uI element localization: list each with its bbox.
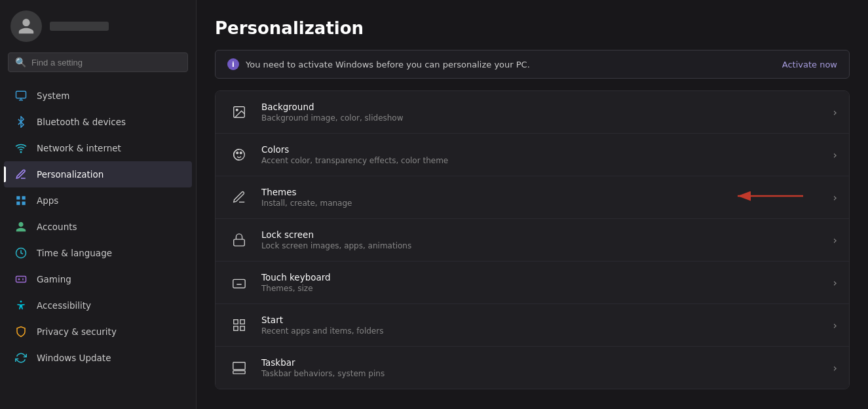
sidebar-item-bluetooth[interactable]: Bluetooth & devices <box>4 109 192 135</box>
colors-chevron: › <box>833 149 837 161</box>
taskbar-icon <box>227 356 251 380</box>
colors-title: Colors <box>261 144 448 155</box>
sidebar-item-accessibility[interactable]: Accessibility <box>4 292 192 319</box>
settings-item-start[interactable]: Start Recent apps and items, folders › <box>216 304 849 347</box>
svg-rect-20 <box>234 320 238 324</box>
svg-rect-24 <box>233 371 245 374</box>
svg-rect-6 <box>16 202 20 205</box>
sidebar-item-gaming[interactable]: Gaming <box>4 266 192 292</box>
settings-item-lock-screen[interactable]: Lock screen Lock screen images, apps, an… <box>216 219 849 262</box>
background-chevron: › <box>833 106 837 119</box>
item-left-lock-screen: Lock screen Lock screen images, apps, an… <box>227 228 411 252</box>
lock-screen-chevron: › <box>833 234 837 246</box>
svg-point-14 <box>236 152 238 154</box>
sidebar-nav: System Bluetooth & devices Network & int… <box>0 80 196 409</box>
activate-now-link[interactable]: Activate now <box>782 60 837 69</box>
settings-item-taskbar[interactable]: Taskbar Taskbar behaviors, system pins › <box>216 347 849 389</box>
sidebar-item-accounts[interactable]: Accounts <box>4 214 192 240</box>
svg-point-3 <box>20 151 22 153</box>
background-subtitle: Background image, color, slideshow <box>261 113 404 123</box>
sidebar-label-accounts: Accounts <box>37 222 77 232</box>
sidebar-label-apps: Apps <box>37 195 58 206</box>
gaming-icon <box>14 273 28 286</box>
lock-screen-subtitle: Lock screen images, apps, animations <box>261 241 411 250</box>
profile-section[interactable] <box>0 0 196 50</box>
banner-text: You need to activate Windows before you … <box>246 60 530 69</box>
svg-rect-22 <box>234 326 238 330</box>
start-chevron: › <box>833 319 837 332</box>
username-bar <box>50 22 109 31</box>
avatar <box>10 10 42 42</box>
item-left-touch-keyboard: Touch keyboard Themes, size <box>227 271 331 294</box>
touch-keyboard-title: Touch keyboard <box>261 272 331 282</box>
taskbar-text: Taskbar Taskbar behaviors, system pins <box>261 357 385 378</box>
sidebar-label-gaming: Gaming <box>37 274 71 284</box>
search-container: 🔍 <box>0 50 196 80</box>
sidebar-item-time[interactable]: Time & language <box>4 240 192 266</box>
themes-text: Themes Install, create, manage <box>261 187 352 208</box>
sidebar-item-network[interactable]: Network & internet <box>4 135 192 161</box>
settings-item-touch-keyboard[interactable]: Touch keyboard Themes, size › <box>216 262 849 304</box>
item-left-background: Background Background image, color, slid… <box>227 100 404 124</box>
item-left-themes: Themes Install, create, manage <box>227 185 352 209</box>
svg-rect-19 <box>233 279 245 288</box>
sidebar-label-time: Time & language <box>37 248 112 258</box>
svg-rect-21 <box>240 320 244 324</box>
settings-list: Background Background image, color, slid… <box>215 90 850 389</box>
network-icon <box>14 142 28 155</box>
settings-item-background[interactable]: Background Background image, color, slid… <box>216 91 849 134</box>
colors-icon <box>227 143 251 166</box>
background-text: Background Background image, color, slid… <box>261 102 404 123</box>
sidebar-item-privacy[interactable]: Privacy & security <box>4 319 192 345</box>
taskbar-chevron: › <box>833 362 837 374</box>
svg-point-12 <box>236 109 238 111</box>
sidebar-item-personalization[interactable]: Personalization <box>4 161 192 187</box>
arrow-annotation <box>731 186 810 208</box>
settings-item-themes[interactable]: Themes Install, create, manage › <box>216 176 849 219</box>
sidebar-label-network: Network & internet <box>37 143 121 153</box>
start-icon <box>227 313 251 337</box>
svg-rect-4 <box>16 196 20 199</box>
touch-keyboard-chevron: › <box>833 277 837 289</box>
touch-keyboard-text: Touch keyboard Themes, size <box>261 272 331 293</box>
item-left-start: Start Recent apps and items, folders <box>227 313 383 337</box>
sidebar: 🔍 System Bluetooth & devices Network & i… <box>0 0 197 409</box>
main-content: Personalization i You need to activate W… <box>197 0 868 409</box>
touch-keyboard-subtitle: Themes, size <box>261 284 331 293</box>
sidebar-item-update[interactable]: Windows Update <box>4 345 192 371</box>
themes-title: Themes <box>261 187 352 197</box>
taskbar-subtitle: Taskbar behaviors, system pins <box>261 369 385 378</box>
sidebar-label-personalization: Personalization <box>37 169 104 180</box>
background-title: Background <box>261 102 404 112</box>
item-left-taskbar: Taskbar Taskbar behaviors, system pins <box>227 356 385 380</box>
system-icon <box>14 89 28 102</box>
info-icon: i <box>227 58 239 70</box>
sidebar-label-update: Windows Update <box>37 353 111 363</box>
sidebar-item-apps[interactable]: Apps <box>4 187 192 214</box>
lock-screen-text: Lock screen Lock screen images, apps, an… <box>261 229 411 250</box>
themes-chevron: › <box>833 191 837 204</box>
svg-rect-25 <box>233 362 245 370</box>
svg-rect-23 <box>240 326 244 330</box>
start-subtitle: Recent apps and items, folders <box>261 326 383 336</box>
accounts-icon <box>14 220 28 233</box>
svg-rect-5 <box>22 196 26 199</box>
page-title: Personalization <box>215 18 850 38</box>
settings-item-colors[interactable]: Colors Accent color, transparency effect… <box>216 134 849 176</box>
activation-banner: i You need to activate Windows before yo… <box>215 50 850 79</box>
sidebar-item-system[interactable]: System <box>4 83 192 109</box>
search-input[interactable] <box>31 58 181 68</box>
banner-left: i You need to activate Windows before yo… <box>227 58 530 70</box>
sidebar-label-system: System <box>37 90 69 101</box>
search-icon: 🔍 <box>15 57 26 68</box>
time-icon <box>14 246 28 260</box>
update-icon <box>14 351 28 364</box>
search-box[interactable]: 🔍 <box>8 52 188 72</box>
touch-keyboard-icon <box>227 271 251 294</box>
themes-subtitle: Install, create, manage <box>261 199 352 208</box>
lock-screen-title: Lock screen <box>261 229 411 240</box>
accessibility-icon <box>14 299 28 312</box>
start-title: Start <box>261 315 383 325</box>
svg-rect-7 <box>22 202 26 205</box>
svg-rect-9 <box>16 277 26 282</box>
